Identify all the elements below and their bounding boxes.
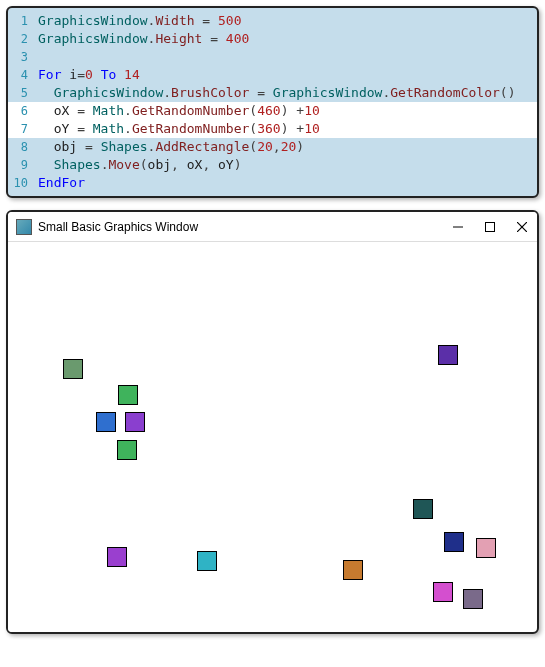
code-text: GraphicsWindow.Width = 500 [38, 12, 537, 30]
window-title: Small Basic Graphics Window [38, 220, 198, 234]
line-number: 1 [8, 12, 38, 30]
title-left: Small Basic Graphics Window [16, 219, 198, 235]
code-text: GraphicsWindow.BrushColor = GraphicsWind… [38, 84, 537, 102]
minimize-button[interactable] [451, 220, 465, 234]
app-icon [16, 219, 32, 235]
line-number: 4 [8, 66, 38, 84]
rectangle-shape [197, 551, 217, 571]
code-text: oY = Math.GetRandomNumber(360) +10 [38, 120, 537, 138]
rectangle-shape [118, 385, 138, 405]
code-line: 3 [8, 48, 537, 66]
close-button[interactable] [515, 220, 529, 234]
code-line: 5 GraphicsWindow.BrushColor = GraphicsWi… [8, 84, 537, 102]
line-number: 9 [8, 156, 38, 174]
rectangle-shape [476, 538, 496, 558]
rectangle-shape [433, 582, 453, 602]
line-number: 5 [8, 84, 38, 102]
titlebar[interactable]: Small Basic Graphics Window [8, 212, 537, 242]
rectangle-shape [444, 532, 464, 552]
code-text: For i=0 To 14 [38, 66, 537, 84]
rectangle-shape [107, 547, 127, 567]
code-line: 6 oX = Math.GetRandomNumber(460) +10 [8, 102, 537, 120]
code-text: Shapes.Move(obj, oX, oY) [38, 156, 537, 174]
window-controls [451, 220, 529, 234]
rectangle-shape [125, 412, 145, 432]
rectangle-shape [413, 499, 433, 519]
graphics-canvas [8, 242, 528, 632]
code-line: 4 For i=0 To 14 [8, 66, 537, 84]
code-line: 2 GraphicsWindow.Height = 400 [8, 30, 537, 48]
code-text: EndFor [38, 174, 537, 192]
maximize-icon [485, 222, 495, 232]
code-text: oX = Math.GetRandomNumber(460) +10 [38, 102, 537, 120]
graphics-window: Small Basic Graphics Window [6, 210, 539, 634]
code-line: 7 oY = Math.GetRandomNumber(360) +10 [8, 120, 537, 138]
line-number: 8 [8, 138, 38, 156]
rectangle-shape [117, 440, 137, 460]
rectangle-shape [63, 359, 83, 379]
rectangle-shape [463, 589, 483, 609]
rectangle-shape [343, 560, 363, 580]
rectangle-shape [438, 345, 458, 365]
line-number: 10 [8, 174, 38, 192]
minimize-icon [453, 222, 463, 232]
maximize-button[interactable] [483, 220, 497, 234]
code-line: 9 Shapes.Move(obj, oX, oY) [8, 156, 537, 174]
line-number: 3 [8, 48, 38, 66]
code-line: 8 obj = Shapes.AddRectangle(20,20) [8, 138, 537, 156]
code-text: obj = Shapes.AddRectangle(20,20) [38, 138, 537, 156]
close-icon [517, 222, 527, 232]
code-line: 10 EndFor [8, 174, 537, 192]
line-number: 2 [8, 30, 38, 48]
code-line: 1 GraphicsWindow.Width = 500 [8, 12, 537, 30]
line-number: 7 [8, 120, 38, 138]
line-number: 6 [8, 102, 38, 120]
code-editor-panel: 1 GraphicsWindow.Width = 500 2 GraphicsW… [6, 6, 539, 198]
code-text: GraphicsWindow.Height = 400 [38, 30, 537, 48]
svg-rect-1 [486, 222, 495, 231]
rectangle-shape [96, 412, 116, 432]
